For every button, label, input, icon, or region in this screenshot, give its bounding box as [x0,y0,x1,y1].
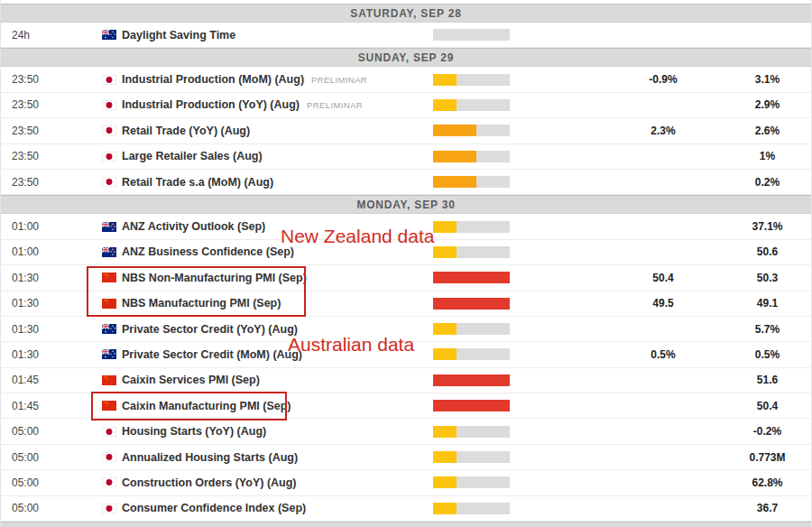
event-row[interactable]: 05:00 Consumer Confidence Index (Sep) 36… [1,496,811,522]
event-name-cell[interactable]: Retail Trade (YoY) (Aug) [122,125,433,137]
event-name-cell[interactable]: Daylight Saving Time [122,29,433,42]
event-time: 05:00 [1,502,102,514]
importance-bar-fill [433,176,476,188]
forecast-value: 2.3% [604,125,722,137]
importance-bar [433,221,510,233]
event-row[interactable]: 23:50 Large Retailer Sales (Aug) 1% [1,144,811,170]
event-row[interactable]: 24h Daylight Saving Time [1,23,811,48]
event-name[interactable]: Industrial Production (YoY) (Aug) [122,98,300,111]
event-name-cell[interactable]: Industrial Production (MoM) (Aug) PRELIM… [122,73,433,86]
previous-value: 62.8% [722,476,812,489]
event-name[interactable]: Consumer Confidence Index (Sep) [122,502,306,514]
previous-value: 2.9% [722,98,812,111]
importance-bar [433,348,510,360]
event-name[interactable]: Construction Orders (YoY) (Aug) [122,476,297,489]
event-name[interactable]: ANZ Business Confidence (Sep) [122,245,294,258]
event-name[interactable]: NBS Manufacturing PMI (Sep) [122,297,281,310]
event-time: 23:50 [1,73,102,86]
importance-bar [433,29,510,41]
japan-flag-icon [102,125,122,135]
importance-bar [433,476,510,488]
importance-bar-fill [433,503,457,514]
australia-flag-icon [102,349,122,359]
event-name-cell[interactable]: Large Retailer Sales (Aug) [122,150,433,162]
event-row[interactable]: 23:50 Retail Trade (YoY) (Aug) 2.3% 2.6% [1,118,811,143]
event-row[interactable]: 01:30 Private Sector Credit (MoM) (Aug) … [1,342,811,367]
event-row[interactable]: 23:50 Industrial Production (YoY) (Aug) … [1,93,811,118]
previous-value: 37.1% [722,220,812,233]
previous-value: 50.3 [722,272,812,284]
importance-bar-fill [433,99,457,111]
event-name-cell[interactable]: Retail Trade s.a (MoM) (Aug) [122,176,433,189]
event-name-cell[interactable]: Caixin Manufacturing PMI (Sep) [122,400,433,412]
event-name-cell[interactable]: Construction Orders (YoY) (Aug) [122,476,433,489]
japan-flag-icon [102,427,122,437]
event-name-cell[interactable]: Consumer Confidence Index (Sep) [122,502,433,514]
japan-flag-icon [102,452,122,462]
china-flag-icon [102,299,122,309]
event-name[interactable]: Retail Trade (YoY) (Aug) [122,125,250,137]
forecast-value: -0.9% [604,73,722,86]
event-name[interactable]: Industrial Production (MoM) (Aug) [122,73,304,86]
importance-bar-fill [433,400,510,411]
preliminary-tag: PRELIMINAR [307,100,363,110]
importance-bar-fill [433,272,510,283]
importance-bar [433,246,510,258]
event-row[interactable]: 01:30 Private Sector Credit (YoY) (Aug) … [1,317,811,342]
previous-value: 5.7% [722,323,812,336]
event-row[interactable]: 01:45 Caixin Manufacturing PMI (Sep) 50.… [1,393,811,419]
event-name-cell[interactable]: Housing Starts (YoY) (Aug) [122,425,433,438]
importance-bar [433,272,510,283]
event-name-cell[interactable]: Industrial Production (YoY) (Aug) PRELIM… [122,98,433,111]
japan-flag-icon [102,100,122,110]
event-name-cell[interactable]: ANZ Business Confidence (Sep) [122,245,433,258]
day-header-label: SUNDAY, SEP 29 [358,51,455,64]
event-name[interactable]: Annualized Housing Starts (Aug) [122,451,298,464]
japan-flag-icon [102,504,122,513]
event-time: 01:00 [1,220,102,233]
event-name[interactable]: NBS Non-Manufacturing PMI (Sep) [122,272,307,284]
event-row[interactable]: 05:00 Housing Starts (YoY) (Aug) -0.2% [1,419,811,444]
japan-flag-icon [102,75,122,85]
event-row[interactable]: 01:30 NBS Manufacturing PMI (Sep) 49.5 4… [1,291,811,317]
japan-flag-icon [102,177,122,187]
event-time: 01:30 [1,348,102,361]
event-row[interactable]: 01:30 NBS Non-Manufacturing PMI (Sep) 50… [1,265,811,291]
event-name[interactable]: Private Sector Credit (YoY) (Aug) [122,323,298,336]
event-name-cell[interactable]: ANZ Activity Outlook (Sep) [122,220,433,233]
china-flag-icon [102,401,122,411]
event-name-cell[interactable]: NBS Manufacturing PMI (Sep) [122,297,433,310]
event-row[interactable]: 23:50 Industrial Production (MoM) (Aug) … [1,67,811,92]
event-row[interactable]: 01:00 ANZ Business Confidence (Sep) 50.6 [1,240,811,265]
event-name[interactable]: Caixin Manufacturing PMI (Sep) [122,400,291,412]
event-name[interactable]: Caixin Services PMI (Sep) [122,374,260,386]
event-row[interactable]: 23:50 Retail Trade s.a (MoM) (Aug) 0.2% [1,170,811,195]
previous-value: 36.7 [722,502,812,514]
event-row[interactable]: 01:45 Caixin Services PMI (Sep) 51.6 [1,368,811,393]
event-row[interactable]: 05:00 Construction Orders (YoY) (Aug) 62… [1,470,811,495]
event-time: 01:45 [1,400,102,412]
event-name[interactable]: Daylight Saving Time [122,29,235,42]
importance-bar [433,125,510,136]
event-name-cell[interactable]: Annualized Housing Starts (Aug) [122,451,433,464]
event-name[interactable]: ANZ Activity Outlook (Sep) [122,220,265,233]
economic-calendar: SATURDAY, SEP 28 24h Daylight Saving Tim… [0,0,812,527]
previous-value: 3.1% [722,73,812,86]
event-row[interactable]: 05:00 Annualized Housing Starts (Aug) 0.… [1,445,811,470]
event-name-cell[interactable]: Caixin Services PMI (Sep) [122,374,433,386]
event-name[interactable]: Private Sector Credit (MoM) (Aug) [122,348,302,361]
event-row[interactable]: 01:00 ANZ Activity Outlook (Sep) 37.1% [1,214,811,239]
event-name[interactable]: Large Retailer Sales (Aug) [122,150,263,162]
event-name-cell[interactable]: NBS Non-Manufacturing PMI (Sep) [122,272,433,284]
japan-flag-icon [102,152,122,162]
event-name-cell[interactable]: Private Sector Credit (YoY) (Aug) [122,323,433,336]
event-name[interactable]: Housing Starts (YoY) (Aug) [122,425,266,438]
importance-bar [433,451,510,463]
new-zealand-flag-icon [102,247,122,257]
australia-flag-icon [102,30,122,40]
event-name[interactable]: Retail Trade s.a (MoM) (Aug) [122,176,273,189]
previous-value: 0.773M [722,451,812,464]
previous-value: -0.2% [722,425,812,438]
event-name-cell[interactable]: Private Sector Credit (MoM) (Aug) [122,348,433,361]
importance-bar-fill [433,323,457,335]
